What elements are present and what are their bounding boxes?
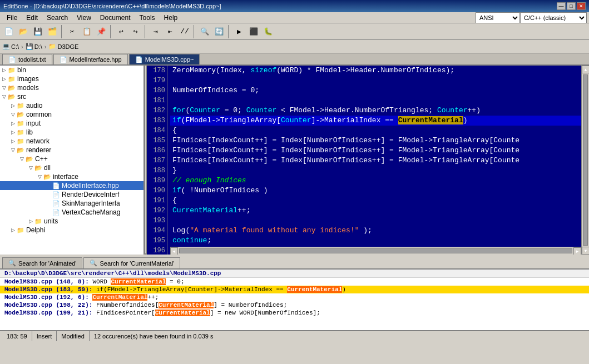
replace-button[interactable]: 🔄	[212, 25, 226, 38]
scroll-thumb[interactable]	[583, 74, 588, 246]
tree-input[interactable]: ▷ 📁 input	[0, 119, 143, 128]
open-button[interactable]: 📂	[17, 25, 30, 38]
menu-tools[interactable]: Tools	[135, 13, 160, 23]
tree-renderer[interactable]: ▽ 📂 renderer	[0, 146, 143, 154]
expand-models[interactable]: ▽	[0, 84, 8, 92]
stop-button[interactable]: ⬛	[247, 25, 260, 38]
addr-d3dge[interactable]: 📁 D3DGE	[48, 43, 78, 50]
search-tab-animated[interactable]: 🔍 Search for 'Animated'	[2, 257, 82, 268]
syntax-select[interactable]: C/C++ (classic) Plain Text	[520, 12, 587, 23]
search-tab-currentmaterial[interactable]: 🔍 Search for 'CurrentMaterial'	[83, 257, 180, 268]
folder-interface-icon: 📂	[43, 173, 51, 181]
scroll-right-btn[interactable]: ►	[573, 247, 581, 255]
tree-skinmanager-file[interactable]: ▷ 📄 SkinManagerInterfa	[0, 199, 143, 208]
folder-renderer-icon: 📂	[17, 147, 24, 154]
tree-common[interactable]: ▽ 📂 common	[0, 110, 143, 119]
menu-view[interactable]: View	[72, 13, 96, 23]
tree-renderdevice-file[interactable]: ▷ 📄 RenderDeviceInterf	[0, 190, 143, 199]
menu-file[interactable]: File	[2, 13, 22, 23]
expand-lib[interactable]: ▷	[9, 128, 17, 136]
result-item-199[interactable]: ModelMS3D.cpp (199, 21): FIndicesPointer…	[0, 309, 589, 317]
menu-help[interactable]: Help	[160, 13, 182, 23]
minimize-button[interactable]: —	[557, 2, 566, 10]
tree-models[interactable]: ▽ 📂 models	[0, 83, 143, 92]
result-item-198[interactable]: ModelMS3D.cpp (198, 22): FNumberOfIndice…	[0, 301, 589, 309]
new-button[interactable]: 📄	[2, 25, 16, 38]
tree-bin[interactable]: ▷ 📁 bin	[0, 66, 143, 74]
code-line-178: ZeroMemory(Index, sizeof(WORD) * FModel-…	[170, 66, 589, 76]
comment-button[interactable]: //	[178, 25, 191, 38]
indent-button[interactable]: ⇥	[149, 25, 162, 38]
copy-button[interactable]: 📋	[80, 25, 93, 38]
position-label: 183: 59	[7, 333, 27, 340]
expand-delphi[interactable]: ▷	[9, 226, 17, 234]
maximize-button[interactable]: □	[567, 2, 576, 10]
tree-units-label: units	[44, 217, 58, 225]
toolbar: 📄 📂 💾 🗂️ ✂️ 📋 📌 ↩️ ↪️ ⇥ ⇤ // 🔍 🔄 ▶ ⬛ 🐛	[0, 23, 589, 40]
unindent-button[interactable]: ⇤	[164, 25, 177, 38]
menu-search[interactable]: Search	[42, 13, 72, 23]
menu-document[interactable]: Document	[96, 13, 135, 23]
tree-src[interactable]: ▽ 📂 src	[0, 92, 143, 101]
addr-d-drive[interactable]: 💾 D:\	[26, 43, 42, 50]
run-button[interactable]: ▶	[232, 25, 246, 38]
tree-network[interactable]: ▷ 📁 network	[0, 137, 143, 146]
expand-audio[interactable]: ▷	[9, 102, 17, 109]
result-highlight-148: CurrentMaterial	[111, 278, 166, 285]
folder-network-icon: 📁	[17, 138, 24, 145]
cut-button[interactable]: ✂️	[66, 25, 79, 38]
result-item-183[interactable]: ModelMS3D.cpp (183, 59): if(FModel->Tria…	[0, 286, 589, 293]
save-all-button[interactable]: 🗂️	[46, 25, 59, 38]
vertical-scrollbar[interactable]: ▲ ▼	[581, 66, 589, 255]
debug-button[interactable]: 🐛	[261, 25, 275, 38]
folder-units-icon: 📁	[34, 218, 42, 225]
result-prefix-183: if(FModel->TriangleArray[Counter]->Mater…	[96, 286, 287, 293]
scroll-down-btn[interactable]: ▼	[582, 247, 589, 255]
tree-modelinterface-file[interactable]: ▷ 📄 ModelInterface.hpp	[0, 181, 143, 190]
expand-renderer[interactable]: ▽	[9, 146, 17, 154]
tab-modelinterface[interactable]: 📄 ModelInterface.hpp	[53, 54, 128, 64]
scroll-left-btn[interactable]: ◄	[170, 247, 178, 255]
tab-modelms3d[interactable]: 📄 ModelMS3D.cpp~	[129, 54, 200, 64]
tree-renderdevice-label: RenderDeviceInterf	[62, 191, 119, 198]
folder-cpp-icon: 📂	[26, 156, 33, 163]
result-item-148[interactable]: ModelMS3D.cpp (148, 8): WORD CurrentMate…	[0, 278, 589, 286]
redo-button[interactable]: ↪️	[129, 25, 142, 38]
tree-lib[interactable]: ▷ 📁 lib	[0, 128, 143, 137]
tree-images[interactable]: ▷ 📁 images	[0, 74, 143, 83]
tree-vertexcache-file[interactable]: ▷ 📄 VertexCacheManag	[0, 208, 143, 217]
expand-images[interactable]: ▷	[0, 75, 8, 83]
scroll-up-btn[interactable]: ▲	[582, 66, 589, 73]
search-results[interactable]: D:\backup\D\D3DGE\src\renderer\C++\dll\m…	[0, 269, 589, 330]
tree-cpp[interactable]: ▽ 📂 C++	[0, 154, 143, 163]
find-button[interactable]: 🔍	[198, 25, 211, 38]
expand-units[interactable]: ▷	[27, 217, 34, 225]
expand-src[interactable]: ▽	[0, 93, 8, 101]
expand-network[interactable]: ▷	[9, 137, 17, 145]
addr-c-drive[interactable]: 💻 C:\	[2, 43, 19, 50]
expand-dll[interactable]: ▽	[27, 164, 34, 172]
code-editor[interactable]: 178 179 180 181 182 183 184 185 186 187 …	[147, 66, 589, 255]
tree-delphi[interactable]: ▷ 📁 Delphi	[0, 226, 143, 235]
expand-bin[interactable]: ▷	[0, 66, 8, 74]
undo-button[interactable]: ↩️	[115, 25, 128, 38]
tree-units[interactable]: ▷ 📁 units	[0, 217, 143, 226]
expand-common[interactable]: ▽	[9, 111, 17, 118]
file-tree[interactable]: ▷ 📁 bin ▷ 📁 images ▽ 📂 models ▽ 📂 src ▷ …	[0, 66, 145, 255]
encoding-select[interactable]: ANSI UTF-8	[476, 12, 520, 23]
horizontal-scrollbar[interactable]: ◄ ►	[170, 247, 581, 255]
tab-todolist[interactable]: 📄 todolist.txt	[2, 54, 52, 64]
tree-interface[interactable]: ▽ 📂 interface	[0, 172, 143, 181]
expand-interface[interactable]: ▽	[36, 173, 43, 181]
expand-cpp[interactable]: ▽	[18, 155, 26, 163]
tree-audio[interactable]: ▷ 📁 audio	[0, 101, 143, 110]
save-button[interactable]: 💾	[31, 25, 44, 38]
result-item-192[interactable]: ModelMS3D.cpp (192, 6): CurrentMaterial+…	[0, 293, 589, 301]
menu-edit[interactable]: Edit	[22, 13, 42, 23]
expand-input[interactable]: ▷	[9, 119, 17, 127]
tree-dll[interactable]: ▽ 📂 dll	[0, 163, 143, 172]
paste-button[interactable]: 📌	[95, 25, 108, 38]
h-scroll-thumb[interactable]	[179, 248, 572, 253]
sep4	[194, 25, 196, 38]
close-button[interactable]: ✕	[577, 2, 586, 10]
